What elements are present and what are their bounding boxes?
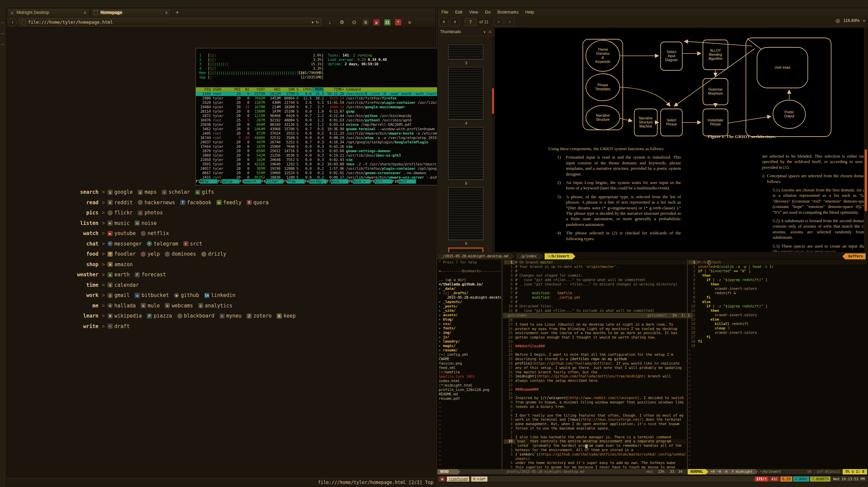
link-bitbucket[interactable]: ◒bitbucket xyxy=(135,292,169,298)
history-clock-icon[interactable]: ⊙ xyxy=(350,19,358,26)
nerdtree-line[interactable]: profile_icon_128x128.png xyxy=(439,388,501,392)
link-foodler[interactable]: ffoodler xyxy=(108,251,136,257)
umatrix-icon[interactable]: µ xyxy=(373,19,380,25)
link-wikipedia[interactable]: Wwikipedia xyxy=(108,313,142,319)
link-blackboard[interactable]: blackboard xyxy=(177,313,214,319)
link-srct[interactable]: ssrct xyxy=(183,241,202,247)
byobu-item[interactable]: 0.29 xyxy=(780,477,792,482)
link-keep[interactable]: kkeep xyxy=(277,313,296,319)
link-forecast[interactable]: Fforecast xyxy=(135,272,166,278)
vertical-split-separator[interactable] xyxy=(687,259,688,469)
vim-tab-1[interactable]: _/2015-05-28-midnight-desktop.md xyxy=(437,253,511,259)
fkey-F4[interactable]: F4Filter xyxy=(261,179,283,184)
nerdtree-line[interactable]: ▸ _layouts/ xyxy=(439,300,501,304)
reload-icon[interactable]: ↻ xyxy=(316,20,319,25)
link-google[interactable]: ggoogle xyxy=(108,189,133,195)
nerdtree-line[interactable]: resume.pdf xyxy=(439,396,501,401)
history-forward-button[interactable]: › xyxy=(505,18,515,26)
process-row-2870[interactable]: 2870tyler200856M2501214716S0.00.30:03.60… xyxy=(196,149,451,153)
link-netflix[interactable]: netflix xyxy=(141,230,169,236)
fkey-F3[interactable]: F3Search xyxy=(239,179,261,184)
tab-close-icon[interactable]: x xyxy=(165,10,168,15)
byobu-item[interactable]: 41C xyxy=(770,477,779,482)
htop-column-header[interactable]: PIDUSERPRINIVIRTRESSHRSCPU%MEM%TIME+Comm… xyxy=(196,87,451,92)
link-webcams[interactable]: ♞webcams xyxy=(165,303,193,309)
fkey-F6[interactable]: F6SortBy xyxy=(305,179,326,184)
menu-edit[interactable]: Edit xyxy=(455,10,462,15)
invert-script-pane[interactable]: 1#!/bin/bash1inverted=$(xcalib -a -p | h… xyxy=(688,260,867,468)
nerdtree-line[interactable]: ▸ laundry/ xyxy=(439,339,501,344)
link-reddit[interactable]: ʘreddit xyxy=(108,200,133,206)
nerdtree-line[interactable]: feed.xml xyxy=(439,366,501,370)
nerdtree-line[interactable]: </thallada.github.io/ xyxy=(439,282,501,286)
process-row-16976[interactable]: 16976root255287M9219248884S0.01.10:01.63… xyxy=(196,118,451,122)
thumbnail-page-6[interactable] xyxy=(448,187,483,240)
tab-homepage[interactable]: Homepage x xyxy=(91,8,171,17)
nerdtree-line[interactable]: " Press ? for help xyxy=(439,260,501,264)
link-earth[interactable]: ◉earth xyxy=(108,272,130,278)
tab-midnight-desktop[interactable]: ♞ Midnight Desktop x xyxy=(7,8,90,17)
page-down-button[interactable]: ∨ xyxy=(450,18,460,26)
byobu-item[interactable]: 171!! xyxy=(755,477,769,482)
nerdtree-line[interactable]: 2015-05-28-midnight-deskto xyxy=(439,295,501,300)
sidebar-title[interactable]: Thumbnails xyxy=(440,29,481,34)
tab-close-icon[interactable]: x xyxy=(83,10,87,15)
vim-tab-3[interactable]: ~/b/invert xyxy=(545,253,572,259)
process-row-24017[interactable]: 24017tyler200305M1929612088S0.00.21:57.9… xyxy=(196,166,451,171)
link-gifs[interactable]: ▤gifs xyxy=(195,189,214,195)
vertical-split-separator[interactable] xyxy=(502,259,502,469)
download-icon[interactable]: ↓ xyxy=(326,19,334,26)
zoom-caret-icon[interactable]: ▾ xyxy=(863,19,865,23)
nerdtree-line[interactable]: [•]Gemfile xyxy=(439,370,501,374)
menu-help[interactable]: Help xyxy=(525,10,534,15)
link-hackernews[interactable]: hackernews xyxy=(138,200,175,206)
byobu-item[interactable]: u xyxy=(439,477,445,482)
link-maps[interactable]: gmaps xyxy=(138,189,157,195)
link-quora[interactable]: Qquora xyxy=(247,200,269,206)
nerdtree-line[interactable]: ▸ magic/ xyxy=(439,344,501,348)
link-piazza[interactable]: Ppiazza xyxy=(147,313,172,319)
markdown-pane[interactable]: 2827I tend to use Linux (Ubuntu) on my d… xyxy=(504,318,686,469)
pdf-scrollbar[interactable] xyxy=(864,28,868,252)
nerdtree-line[interactable]: ▸ img/ xyxy=(439,330,501,335)
link-mule[interactable]: ♞mule xyxy=(141,303,160,309)
link-facebook[interactable]: ffacebook xyxy=(180,200,211,206)
nerdtree-line[interactable]: Gemfile.lock [RO] xyxy=(439,374,501,379)
url-dropdown-icon[interactable]: ▾ xyxy=(312,20,314,25)
nerdtree-line[interactable]: ▸ _data/ xyxy=(439,286,501,291)
menu-go[interactable]: Go xyxy=(485,10,491,15)
byobu-item[interactable]: 0:vim* xyxy=(471,477,487,482)
process-row-25838[interactable]: 25838tyler200884M8816033136S0.01.10:03.1… xyxy=(196,122,451,127)
menu-bookmarks[interactable]: Bookmarks xyxy=(497,10,519,15)
process-row-16744[interactable]: 16744root0-2044800325323508S0.00.40:08.2… xyxy=(196,136,451,140)
adblock-icon[interactable]: * xyxy=(395,19,401,25)
byobu-item[interactable]: 2.8GHz xyxy=(793,477,809,482)
fkey-F8[interactable]: F8Nice + xyxy=(348,179,370,184)
byobu-item[interactable]: 7.8GB67% xyxy=(810,477,830,482)
byobu-item[interactable]: Wed 10:13:53 PM xyxy=(831,477,866,482)
link-dominoes[interactable]: dominoes xyxy=(165,251,196,257)
nerdtree-line[interactable]: [•]_config.yml xyxy=(439,352,501,357)
link-photos[interactable]: ✣photos xyxy=(138,210,163,216)
link-yelp[interactable]: yelp xyxy=(141,251,160,257)
sidebar-scrollbar[interactable] xyxy=(492,36,494,252)
link-gmail[interactable]: ggmail xyxy=(108,292,130,298)
process-row-28114[interactable]: 28114tyler2001380M147M25196S0.01.80:11.6… xyxy=(196,109,451,114)
nerdtree-pane[interactable]: " Press ? for help»----------Bookmarks--… xyxy=(439,260,501,468)
process-row-24037[interactable]: 24037tyler200497M267405252S0.70.34:10.34… xyxy=(196,140,451,144)
back-button[interactable]: ‹ xyxy=(8,18,17,27)
vim-tab-2[interactable]: .g/index xyxy=(516,253,540,259)
process-row-17664[interactable]: 17664tyler200187M259607648S0.00.30:43.16… xyxy=(196,144,451,149)
link-analytics[interactable]: ganalytics xyxy=(198,303,232,309)
byobu-item[interactable]: |confused xyxy=(447,477,469,482)
process-row-3462[interactable]: 3462tyler2001064M4396815700S0.70.510:36.… xyxy=(196,127,451,131)
nerdtree-line[interactable]: [*]midnight.html xyxy=(439,383,501,388)
nerdtree-line[interactable]: favicon.png xyxy=(439,361,501,366)
nerdtree-line[interactable]: ▸ assets/ xyxy=(439,313,501,317)
link-linkedin[interactable]: inlinkedin xyxy=(204,292,235,298)
link-music[interactable]: ▶music xyxy=(108,220,130,226)
process-row-2986[interactable]: 2986tyler2007692M1453M60864R12.518.25h25… xyxy=(196,96,451,100)
link-youtube[interactable]: ▶youtube xyxy=(108,230,136,236)
process-row-2860[interactable]: 2860tyler200542M212569536S0.00.30:19.21/… xyxy=(196,153,451,158)
nerdtree-line[interactable]: ▾ [✗] _drafts/ xyxy=(439,291,501,295)
